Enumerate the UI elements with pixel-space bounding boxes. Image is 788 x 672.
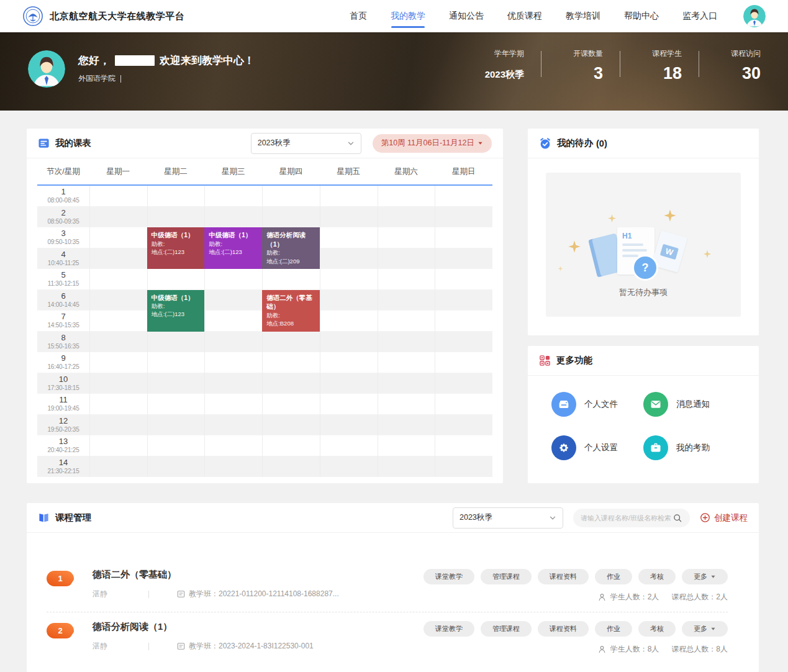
action-button-作业[interactable]: 作业: [595, 569, 632, 584]
timetable-cell: [320, 373, 378, 394]
function-item-3[interactable]: 个人设置: [551, 435, 643, 460]
function-label: 个人文件: [584, 399, 618, 410]
timetable-cell: [320, 227, 378, 248]
nav-item-1[interactable]: 首页: [350, 11, 367, 22]
timetable-cell: [435, 290, 492, 311]
department-divider: [120, 75, 121, 83]
function-item-4[interactable]: 我的考勤: [643, 435, 735, 460]
course-stats: 学生人数：2人课程总人数：2人: [597, 592, 728, 602]
class-location: 地点:(二)123: [152, 310, 201, 318]
course-class: 教学班：20221-011200-12114108-1688287...: [176, 589, 339, 599]
course-row: 1德语二外（零基础）湛静教学班：20221-011200-12114108-16…: [47, 569, 728, 602]
top-navbar: 北京航空航天大学在线教学平台 首页我的教学通知公告优质课程教学培训帮助中心监考入…: [0, 0, 788, 32]
timetable-cell: [204, 332, 262, 353]
action-button-管理课程[interactable]: 管理课程: [481, 569, 532, 584]
class-label: 教学班：20221-011200-12114108-1688287...: [189, 589, 339, 599]
mail-icon: [643, 392, 668, 417]
course-search-input[interactable]: [581, 514, 673, 522]
class-assistant: 助教:: [266, 311, 315, 319]
function-item-1[interactable]: 个人文件: [551, 392, 643, 417]
course-index-badge: 1: [47, 571, 74, 586]
drive-icon: [551, 392, 576, 417]
nav-item-2[interactable]: 我的教学: [391, 11, 425, 22]
class-block[interactable]: 中级德语（1）助教:地点:(二)123: [147, 227, 205, 269]
timetable-cell: [435, 207, 492, 228]
todo-card: 我的待办 (0) H1 W ? 暂无待办事项: [528, 129, 759, 335]
class-block[interactable]: 德语分析阅读（1）助教:地点:(二)209: [262, 227, 320, 269]
illustration-question-bubble: ?: [632, 255, 658, 281]
action-button-作业[interactable]: 作业: [595, 621, 632, 637]
caret-down-icon: [710, 626, 716, 632]
timetable: 节次/星期星期一星期二星期三星期四星期五星期六星期日 108:00-08:452…: [27, 158, 503, 477]
nav-item-6[interactable]: 帮助中心: [624, 11, 659, 22]
class-block[interactable]: 德语二外（零基础）助教:地点:B208: [262, 290, 320, 332]
class-block[interactable]: 中级德语（1）助教:地点:(二)123: [204, 227, 262, 269]
app-grid-icon: [539, 355, 551, 366]
action-button-课程资料[interactable]: 课程资料: [538, 621, 589, 637]
hero-stats: 学年学期2023秋季开课数量3课程学生18课程访问30: [479, 48, 761, 83]
course-total-count: 课程总人数：8人: [671, 644, 728, 655]
more-label: 更多: [694, 624, 707, 633]
create-course-button[interactable]: 创建课程: [700, 512, 748, 524]
class-location: 地点:B208: [266, 319, 315, 327]
timetable-cell: [378, 456, 435, 478]
timetable-cell: [378, 332, 435, 353]
timetable-cell: [204, 269, 262, 290]
search-icon[interactable]: [673, 513, 682, 523]
course-class: 教学班：2023-2024-1-83I122530-001: [176, 641, 314, 652]
timetable-cell: [262, 207, 320, 228]
action-button-课堂教学[interactable]: 课堂教学: [423, 569, 474, 584]
course-name[interactable]: 德语分析阅读（1）: [93, 621, 314, 633]
period-cell: 208:50-09:35: [37, 207, 89, 228]
timetable-cell: [435, 332, 492, 353]
hero-department: 外国语学院: [78, 73, 121, 84]
week-selector-badge[interactable]: 第10周 11月06日-11月12日: [373, 134, 492, 153]
timetable-cell: [147, 186, 205, 207]
timetable-column-header: 星期三: [204, 166, 262, 177]
timetable-cell: [320, 352, 378, 373]
hero-stat: 课程访问30: [716, 48, 761, 83]
timetable-cell: [435, 435, 492, 456]
nav-item-4[interactable]: 优质课程: [507, 11, 542, 22]
function-item-2[interactable]: 消息通知: [643, 392, 735, 417]
timetable-cell: [147, 332, 205, 353]
stat-value: 3: [594, 65, 603, 83]
course-meta: 湛静教学班：20221-011200-12114108-1688287...: [93, 589, 339, 599]
action-button-课堂教学[interactable]: 课堂教学: [423, 621, 474, 637]
period-cell: 1119:00-19:45: [37, 394, 89, 415]
timetable-cell: [89, 332, 147, 353]
course-name[interactable]: 德语二外（零基础）: [93, 569, 339, 581]
timetable-cell: [147, 373, 205, 394]
nav-item-5[interactable]: 教学培训: [566, 11, 600, 22]
stat-separator: [541, 51, 541, 77]
schedule-term-select[interactable]: 2023秋季: [251, 133, 361, 154]
action-button-考核[interactable]: 考核: [638, 621, 676, 637]
timetable-cell: [378, 248, 435, 270]
timetable-cell: [89, 373, 147, 394]
timetable-cell: [204, 435, 262, 456]
course-management-card: 课程管理 2023秋季 创建课程 1德语二外（零基础）湛静教学班：20221-0…: [27, 503, 759, 672]
stat-label: 开课数量: [573, 48, 603, 59]
more-actions-button[interactable]: 更多: [682, 569, 728, 584]
period-number: 12: [59, 417, 68, 426]
user-avatar[interactable]: [743, 5, 766, 27]
nav-item-7[interactable]: 监考入口: [682, 11, 717, 22]
action-button-课程资料[interactable]: 课程资料: [538, 569, 589, 584]
period-time: 14:00-14:45: [47, 301, 79, 308]
illustration-h1-text: H1: [622, 232, 650, 240]
empty-illustration: H1 W ?: [581, 225, 705, 293]
action-pill-row: 课堂教学管理课程课程资料作业考核更多: [423, 569, 728, 584]
class-block[interactable]: 中级德语（1）助教:地点:(二)123: [147, 290, 205, 332]
timetable-cell: [378, 435, 435, 456]
course-term-select[interactable]: 2023秋季: [453, 507, 563, 529]
timetable-column-header: 星期五: [320, 166, 378, 177]
class-label: 教学班：2023-2024-1-83I122530-001: [189, 641, 314, 652]
sparkle-icon: [568, 240, 581, 253]
action-button-管理课程[interactable]: 管理课程: [481, 621, 532, 637]
course-teacher: 湛静: [93, 589, 148, 599]
nav-item-3[interactable]: 通知公告: [449, 11, 484, 22]
hero-greeting: 您好， 欢迎来到教学中心！: [78, 53, 255, 68]
action-button-考核[interactable]: 考核: [638, 569, 676, 584]
more-actions-button[interactable]: 更多: [682, 621, 728, 637]
university-logo-icon[interactable]: [22, 6, 43, 27]
